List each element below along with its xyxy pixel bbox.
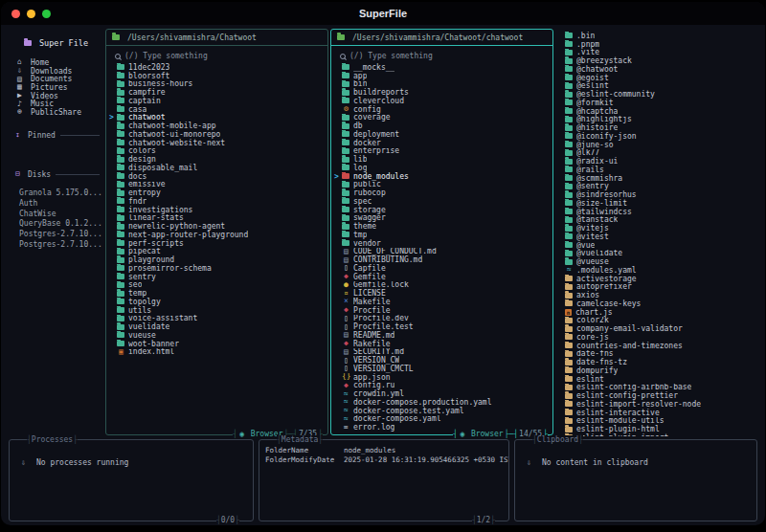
sidebar-item-publicshare[interactable]: ⊕PublicShare xyxy=(9,108,103,117)
close-window-button[interactable] xyxy=(11,10,20,18)
search-bar[interactable]: (/) Type something xyxy=(339,52,547,60)
file-row[interactable]: theme xyxy=(333,222,550,231)
disk-item[interactable]: Granola 5.175.0... xyxy=(9,188,103,198)
search-bar[interactable]: (/) Type something xyxy=(114,52,322,60)
file-row[interactable]: buildreports xyxy=(333,88,550,97)
file-row[interactable]: vendor xyxy=(333,239,550,248)
file-row[interactable]: ▯Procfile.test xyxy=(333,322,550,331)
file-row[interactable]: deployment xyxy=(333,130,550,139)
file-row[interactable]: >node_modules xyxy=(333,172,550,181)
file-row[interactable]: tmp xyxy=(333,231,550,239)
file-row[interactable]: @histoire xyxy=(556,123,765,132)
file-row[interactable]: design xyxy=(108,155,325,164)
file-row[interactable]: @formkit xyxy=(556,99,765,107)
file-row[interactable]: disposable_mail xyxy=(108,164,325,172)
file-row[interactable]: ▤CONTRIBUTING.md xyxy=(333,255,550,264)
file-row[interactable]: ≈docker-compose.test.yaml xyxy=(333,407,550,415)
file-row[interactable]: public xyxy=(333,181,550,189)
file-row[interactable]: db xyxy=(333,122,550,130)
file-row[interactable]: eslint-module-utils xyxy=(556,417,765,426)
file-row[interactable]: .bin xyxy=(556,32,765,40)
file-row[interactable]: @radix-ui xyxy=(556,157,765,166)
file-row[interactable]: chatwoot-website-next xyxy=(108,139,325,147)
file-row[interactable]: @lk77 xyxy=(556,149,765,158)
file-row[interactable]: @vitejs xyxy=(556,224,765,233)
file-row[interactable]: color2k xyxy=(556,317,765,325)
file-row[interactable]: enterprise xyxy=(333,147,550,156)
file-row[interactable]: @hcaptcha xyxy=(556,107,765,116)
file-row[interactable]: perf-scripts xyxy=(108,239,325,248)
file-row[interactable]: 11dec2023 xyxy=(108,63,325,72)
file-row[interactable]: bloorsoft xyxy=(108,72,325,80)
file-row[interactable]: eslint-plugin-html xyxy=(556,425,765,433)
file-row[interactable]: @vuelidate xyxy=(556,250,765,258)
file-row[interactable]: colors xyxy=(108,147,325,156)
disk-item[interactable]: Postgres-2.7.10... xyxy=(9,229,103,239)
file-row[interactable]: ▤README.md xyxy=(333,331,550,340)
file-row[interactable]: topolgy xyxy=(108,298,325,306)
minimize-window-button[interactable] xyxy=(27,10,35,18)
file-row[interactable]: ◆Rakefile xyxy=(333,340,550,348)
sidebar-item-videos[interactable]: ▶Videos xyxy=(9,92,103,100)
file-row[interactable]: eslint-config-prettier xyxy=(556,391,765,400)
sidebar-item-music[interactable]: ♪Music xyxy=(9,100,103,108)
file-row[interactable]: campfire xyxy=(108,88,325,97)
file-row[interactable]: @vue xyxy=(556,241,765,250)
file-row[interactable]: @iconify-json xyxy=(556,132,765,141)
file-row[interactable]: coverage xyxy=(333,114,550,122)
file-row[interactable]: storage xyxy=(333,206,550,214)
file-row[interactable]: countries-and-timezones xyxy=(556,342,765,350)
file-row[interactable]: @vitest xyxy=(556,233,765,241)
file-row[interactable]: docs xyxy=(108,172,325,181)
file-row[interactable]: bin xyxy=(333,80,550,89)
file-row[interactable]: ▯VERSION_CW xyxy=(333,356,550,365)
file-row[interactable]: chatwoot-mobile-app xyxy=(108,122,325,130)
sidebar-item-documents[interactable]: ▤Documents xyxy=(9,75,103,83)
file-row[interactable]: ¤LICENSE xyxy=(333,289,550,298)
file-row[interactable]: ≈docker-compose.production.yaml xyxy=(333,398,550,407)
file-row[interactable]: @june-so xyxy=(556,141,765,149)
file-row[interactable]: utils xyxy=(108,306,325,315)
file-row[interactable]: business-hours xyxy=(108,80,325,89)
maximize-window-button[interactable] xyxy=(42,10,51,18)
file-row[interactable]: app xyxy=(333,72,550,80)
file-row[interactable]: linear-stats xyxy=(108,214,325,223)
file-row[interactable]: ▯Procfile.dev xyxy=(333,315,550,323)
file-row[interactable]: voice-assistant xyxy=(108,315,325,323)
file-row[interactable]: @highlightjs xyxy=(556,116,765,124)
file-row[interactable]: spec xyxy=(333,197,550,206)
file-row[interactable]: log xyxy=(333,164,550,172)
file-row[interactable]: rubocop xyxy=(333,188,550,197)
file-row[interactable]: eslint-interactive xyxy=(556,409,765,417)
file-row[interactable]: @rails xyxy=(556,166,765,174)
file-row[interactable]: {}app.json xyxy=(333,373,550,382)
file-row[interactable]: emissive xyxy=(108,181,325,189)
file-row[interactable]: date-fns-tz xyxy=(556,358,765,366)
file-row[interactable]: camelcase-keys xyxy=(556,299,765,308)
file-row[interactable]: >chatwoot xyxy=(108,114,325,122)
file-row[interactable]: woot-banner xyxy=(108,340,325,348)
file-row[interactable]: temp xyxy=(108,289,325,298)
file-row[interactable]: investigations xyxy=(108,206,325,214)
file-row[interactable]: @size-limit xyxy=(556,199,765,208)
file-row[interactable]: newrelic-python-agent xyxy=(108,222,325,231)
file-row[interactable]: @eslint xyxy=(556,82,765,91)
file-row[interactable]: @scmmishra xyxy=(556,174,765,183)
sidebar-item-home[interactable]: ⌂Home xyxy=(9,58,103,67)
file-row[interactable]: .pnpm xyxy=(556,40,765,49)
file-row[interactable]: ●Gemfile.lock xyxy=(333,281,550,290)
file-row[interactable]: eslint-config-airbnb-base xyxy=(556,384,765,392)
file-row[interactable]: clevercloud xyxy=(333,97,550,105)
file-row[interactable]: eslint xyxy=(556,375,765,384)
file-row[interactable]: ≈docker-compose.yaml xyxy=(333,415,550,424)
file-row[interactable]: captain xyxy=(108,97,325,105)
file-row[interactable]: @vueuse xyxy=(556,257,765,266)
file-row[interactable]: entropy xyxy=(108,188,325,197)
file-row[interactable]: vuelidate xyxy=(108,322,325,331)
disk-item[interactable]: ChatWise xyxy=(9,209,103,219)
file-row[interactable]: docker xyxy=(333,139,550,147)
file-row[interactable]: ▤CODE_OF_CONDUCT.md xyxy=(333,248,550,256)
file-row[interactable]: playground xyxy=(108,255,325,264)
file-row[interactable]: core-js xyxy=(556,333,765,342)
file-row[interactable]: @tailwindcss xyxy=(556,208,765,216)
